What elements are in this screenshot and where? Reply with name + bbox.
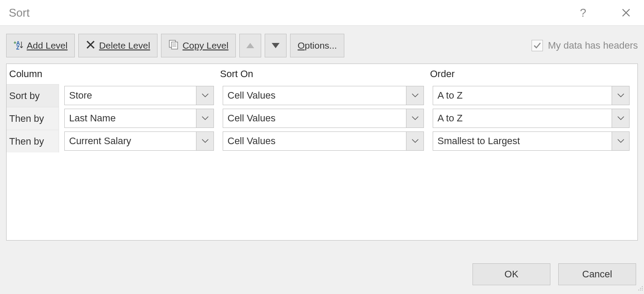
chevron-down-icon[interactable] <box>196 86 214 105</box>
sort-on-value: Cell Values <box>223 90 406 101</box>
sort-on-combo[interactable]: Cell Values <box>223 109 424 128</box>
sort-level-row: Then by Last Name Cell Values A to Z <box>7 107 637 130</box>
sort-level-row: Sort by Store Cell Values A to Z <box>7 84 637 107</box>
chevron-down-icon[interactable] <box>196 132 214 150</box>
chevron-down-icon[interactable] <box>406 109 424 128</box>
move-down-button[interactable] <box>265 34 287 57</box>
triangle-up-icon <box>246 43 255 49</box>
column-value: Current Salary <box>65 135 196 147</box>
sort-on-combo[interactable]: Cell Values <box>223 131 424 151</box>
svg-point-14 <box>640 290 641 290</box>
headers-checkbox[interactable] <box>532 40 543 51</box>
copy-level-label: Copy Level <box>182 40 228 50</box>
delete-level-label: Delete Level <box>99 40 150 50</box>
order-combo[interactable]: A to Z <box>433 86 630 105</box>
svg-rect-4 <box>172 42 178 49</box>
chevron-down-icon[interactable] <box>612 86 629 105</box>
ok-button[interactable]: OK <box>472 263 550 285</box>
move-up-button[interactable] <box>239 34 261 57</box>
row-label: Sort by <box>7 84 59 107</box>
order-value: Smallest to Largest <box>433 135 612 147</box>
svg-point-12 <box>642 288 643 289</box>
order-combo[interactable]: Smallest to Largest <box>433 131 630 151</box>
chevron-down-icon[interactable] <box>612 109 629 128</box>
checkmark-icon <box>533 41 542 50</box>
options-label: ptions... <box>305 40 337 50</box>
svg-text:Z: Z <box>16 45 19 50</box>
resize-grip-icon[interactable] <box>637 283 643 293</box>
options-button[interactable]: Options... <box>290 34 344 57</box>
column-value: Last Name <box>65 113 196 124</box>
sort-on-value: Cell Values <box>223 135 406 147</box>
row-label: Then by <box>7 130 59 152</box>
header-sort-on: Sort On <box>217 68 427 80</box>
svg-marker-9 <box>272 43 280 48</box>
add-level-label: Add Level <box>27 40 67 50</box>
sort-levels-grid: Column Sort On Order Sort by Store Cell … <box>6 64 638 241</box>
column-combo[interactable]: Current Salary <box>64 131 214 151</box>
svg-marker-8 <box>246 43 254 48</box>
chevron-down-icon[interactable] <box>406 132 424 150</box>
delete-level-icon <box>86 40 95 52</box>
delete-level-button[interactable]: Delete Level <box>78 34 158 57</box>
header-column: Column <box>7 68 217 80</box>
copy-level-icon <box>168 39 179 52</box>
order-combo[interactable]: A to Z <box>433 109 630 128</box>
headers-label: My data has headers <box>548 40 638 51</box>
sort-level-row: Then by Current Salary Cell Values Small… <box>7 130 637 152</box>
copy-level-button[interactable]: Copy Level <box>161 34 236 57</box>
triangle-down-icon <box>271 43 280 49</box>
order-value: A to Z <box>433 90 612 101</box>
sort-on-value: Cell Values <box>223 113 406 124</box>
dialog-title: Sort <box>9 6 30 20</box>
svg-point-11 <box>640 288 641 289</box>
sort-on-combo[interactable]: Cell Values <box>223 86 424 105</box>
chevron-down-icon[interactable] <box>612 132 629 150</box>
column-combo[interactable]: Last Name <box>64 109 214 128</box>
dialog-footer: OK Cancel <box>472 263 636 285</box>
close-icon[interactable] <box>621 8 631 18</box>
add-level-button[interactable]: + A Z Add Level <box>6 34 75 57</box>
row-label: Then by <box>7 107 59 130</box>
header-order: Order <box>427 68 633 80</box>
svg-point-13 <box>638 290 639 290</box>
column-combo[interactable]: Store <box>64 86 214 105</box>
chevron-down-icon[interactable] <box>406 86 424 105</box>
svg-point-15 <box>642 290 643 290</box>
headers-checkbox-group[interactable]: My data has headers <box>532 40 638 51</box>
toolbar: + A Z Add Level Delete Level Copy Level <box>0 25 644 64</box>
title-bar: Sort ? <box>0 0 644 25</box>
grid-header: Column Sort On Order <box>7 64 637 84</box>
cancel-button[interactable]: Cancel <box>558 263 636 285</box>
chevron-down-icon[interactable] <box>196 109 214 128</box>
add-level-icon: + A Z <box>14 40 23 52</box>
svg-point-10 <box>642 286 643 287</box>
help-icon[interactable]: ? <box>580 6 586 20</box>
order-value: A to Z <box>433 113 612 124</box>
column-value: Store <box>65 90 196 101</box>
